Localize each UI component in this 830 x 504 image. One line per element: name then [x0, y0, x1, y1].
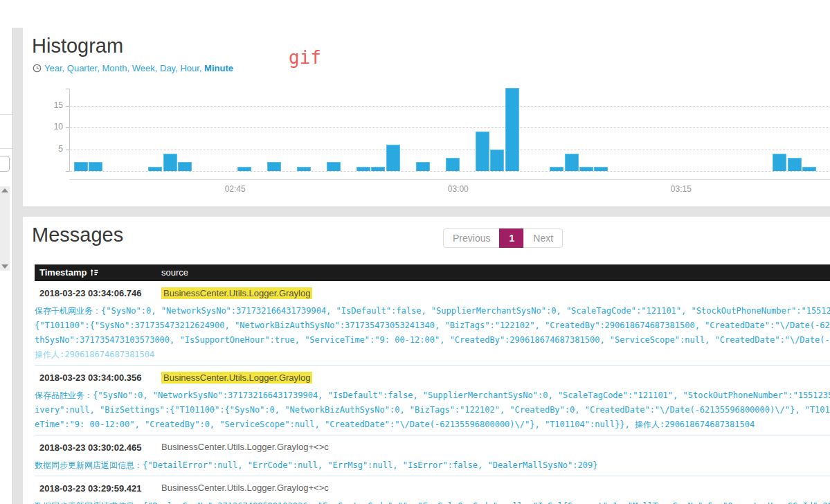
separator: , [155, 63, 160, 73]
sidebar-divider [0, 148, 12, 149]
message-source[interactable]: BusinessCenter.Utils.Logger.Graylog+<>c [161, 483, 329, 493]
histogram-panel: Histogram Year, Quarter, Month, Week, Da… [23, 28, 830, 206]
histogram-bar-03:00[interactable] [446, 158, 460, 171]
histogram-bar-02:40[interactable] [148, 167, 162, 171]
scroll-down-icon[interactable] [1, 264, 8, 269]
histogram-bar-02:41[interactable] [163, 154, 177, 171]
pagination-page-1-button[interactable]: 1 [499, 228, 524, 248]
message-line: thSysNo":371735473103573000, "IsSupportO… [35, 333, 830, 348]
messages-table-header: Timestamp source [35, 264, 830, 281]
histogram-bar-02:58[interactable] [416, 162, 430, 171]
x-axis-label-02:45: 02:45 [215, 184, 256, 194]
histogram-bar-02:54[interactable] [357, 167, 370, 171]
histogram-bar-02:50[interactable] [297, 167, 311, 171]
histogram-bar-03:04[interactable] [505, 88, 519, 171]
histogram-bar-03:22[interactable] [773, 154, 786, 171]
message-row-header: 2018-03-23 03:34:00.356BusinessCenter.Ut… [35, 372, 830, 384]
resolution-link-year[interactable]: Year [44, 63, 62, 73]
message-line: 数据同步更新网店请求信息：{"DealerSysNo":371367488598… [35, 499, 830, 504]
message-source[interactable]: BusinessCenter.Utils.Logger.Graylog+<>c [161, 442, 329, 452]
messages-list: 2018-03-23 03:34:06.746BusinessCenter.Ut… [35, 281, 830, 504]
timestamp-column-header[interactable]: Timestamp [39, 264, 98, 281]
pagination: Previous 1 Next [444, 228, 563, 248]
message-timestamp: 2018-03-23 03:34:00.356 [39, 372, 141, 383]
message-body: 数据同步更新网店请求信息：{"DealerSysNo":371367488598… [35, 499, 830, 504]
message-row[interactable]: 2018-03-23 03:29:59.421BusinessCenter.Ut… [35, 476, 830, 504]
message-line: ivery":null, "BizSettings":{"T101100":{"… [35, 403, 830, 417]
resolution-link-minute-active[interactable]: Minute [204, 63, 233, 73]
histogram-bar-02:48[interactable] [267, 162, 281, 171]
x-axis-label-03:15: 03:15 [660, 184, 702, 194]
histogram-bar-02:42[interactable] [178, 162, 192, 171]
message-timestamp: 2018-03-23 03:30:02.465 [39, 442, 141, 453]
gridline-y-5 [69, 150, 830, 150]
messages-title: Messages [32, 224, 123, 246]
y-axis-label-5: 5 [37, 144, 63, 154]
histogram-bar-03:09[interactable] [579, 167, 593, 171]
resolution-link-week[interactable]: Week [132, 63, 155, 73]
resolution-link-month[interactable]: Month [102, 63, 127, 73]
histogram-bar-02:55[interactable] [371, 167, 385, 171]
top-bar [0, 0, 830, 28]
message-line: 数据同步更新网店返回信息：{"DetailError":null, "ErrCo… [35, 458, 830, 473]
message-line: {"T101100":{"SysNo":371735473212624900, … [35, 318, 830, 333]
y-axis-label-15: 15 [37, 100, 63, 110]
gridline-y-0 [69, 171, 830, 172]
resolution-link-quarter[interactable]: Quarter [67, 63, 97, 73]
histogram-bar-03:02[interactable] [476, 132, 489, 171]
pagination-next-button[interactable]: Next [523, 228, 563, 248]
resolution-selector: Year, Quarter, Month, Week, Day, Hour, M… [33, 63, 233, 73]
message-row[interactable]: 2018-03-23 03:34:06.746BusinessCenter.Ut… [35, 281, 830, 366]
histogram-bar-03:24[interactable] [802, 167, 816, 171]
histogram-title: Histogram [32, 35, 123, 57]
message-row[interactable]: 2018-03-23 03:30:02.465BusinessCenter.Ut… [35, 435, 830, 476]
y-axis-line [69, 89, 70, 171]
sidebar-input-field[interactable] [0, 156, 10, 172]
histogram-bar-02:35[interactable] [74, 162, 88, 171]
x-axis-line [69, 179, 830, 180]
histogram-bar-02:46[interactable] [237, 167, 251, 171]
message-row[interactable]: 2018-03-23 03:34:00.356BusinessCenter.Ut… [35, 366, 830, 435]
left-sidebar [0, 28, 13, 504]
message-source[interactable]: BusinessCenter.Utils.Logger.Graylog [161, 287, 312, 299]
histogram-bar-02:52[interactable] [327, 162, 341, 171]
scroll-up-icon[interactable] [1, 188, 8, 192]
message-line: 操作人:290618674687381504 [35, 348, 830, 362]
message-row-header: 2018-03-23 03:29:59.421BusinessCenter.Ut… [35, 483, 830, 494]
histogram-bar-03:07[interactable] [550, 167, 563, 171]
sidebar-scrollbar[interactable] [0, 186, 10, 271]
clock-icon [33, 64, 42, 73]
histogram-bar-03:10[interactable] [594, 167, 608, 171]
resolution-link-day[interactable]: Day [160, 63, 175, 73]
message-body: 数据同步更新网店返回信息：{"DetailError":null, "ErrCo… [35, 458, 830, 473]
message-line: eTime":"9: 00-12:00", "CreatedBy":0, "Se… [35, 417, 830, 432]
separator: , [62, 63, 67, 73]
x-axis-label-03:00: 03:00 [437, 184, 479, 194]
histogram-chart: 5101502:4503:0003:15 [23, 87, 830, 204]
y-axis-label-10: 10 [37, 122, 63, 132]
source-column-header[interactable]: source [161, 264, 188, 281]
resolution-link-hour[interactable]: Hour [180, 63, 199, 73]
message-source[interactable]: BusinessCenter.Utils.Logger.Graylog [161, 372, 312, 384]
separator: , [199, 63, 204, 73]
gridline-y-15 [69, 106, 830, 107]
overlay-text: gif [289, 47, 321, 68]
message-timestamp: 2018-03-23 03:29:59.421 [39, 483, 141, 494]
gridline-y-10 [69, 127, 830, 128]
histogram-bar-03:08[interactable] [565, 154, 579, 171]
message-body: 保存品胜业务：{"SysNo":0, "NetworkSysNo":371732… [35, 388, 830, 432]
histogram-bar-02:36[interactable] [89, 162, 102, 171]
histogram-bar-03:23[interactable] [788, 158, 802, 171]
messages-panel: Messages Previous 1 Next Timestamp sourc… [23, 217, 830, 504]
message-body: 保存千机网业务：{"SysNo":0, "NetworkSysNo":37173… [35, 304, 830, 362]
pagination-previous-button[interactable]: Previous [443, 228, 500, 248]
message-row-header: 2018-03-23 03:30:02.465BusinessCenter.Ut… [35, 442, 830, 453]
histogram-bar-02:56[interactable] [386, 145, 400, 171]
separator: , [127, 63, 132, 73]
histogram-bar-03:03[interactable] [490, 150, 504, 171]
sort-amount-icon [89, 268, 98, 277]
message-row-header: 2018-03-23 03:34:06.746BusinessCenter.Ut… [35, 288, 830, 299]
message-line: 保存品胜业务：{"SysNo":0, "NetworkSysNo":371732… [35, 388, 830, 403]
message-timestamp: 2018-03-23 03:34:06.746 [39, 288, 141, 298]
message-line: 保存千机网业务：{"SysNo":0, "NetworkSysNo":37173… [35, 304, 830, 318]
